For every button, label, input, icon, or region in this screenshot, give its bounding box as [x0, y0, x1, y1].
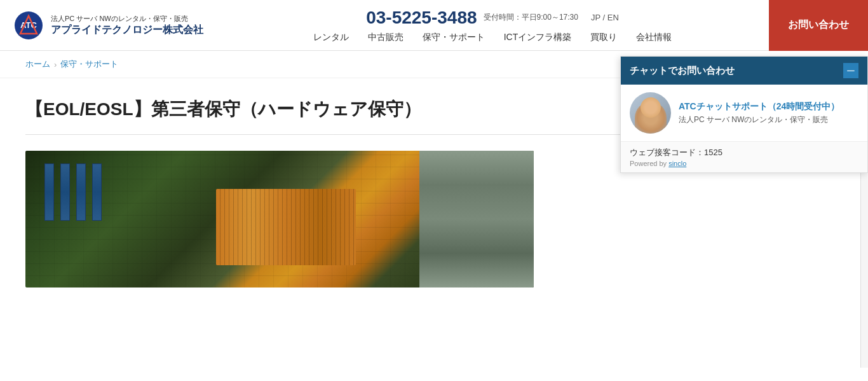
phone-row: 03-5225-3488 受付時間：平日9:00～17:30 JP / EN [366, 8, 619, 28]
chat-powered-by: Powered by sinclo [630, 160, 858, 167]
site-header: ATC 法人PC サーバ NWのレンタル・保守・販売 アプライドテクノロジー株式… [0, 0, 868, 51]
sinclo-link[interactable]: sinclo [668, 160, 686, 167]
lang-switch[interactable]: JP / EN [591, 13, 619, 22]
chat-footer: ウェブ接客コード：1525 Powered by sinclo [621, 141, 867, 172]
chat-header-title: チャットでお問い合わせ [630, 65, 735, 77]
phone-number: 03-5225-3488 [366, 8, 477, 28]
main-nav: レンタル 中古販売 保守・サポート ICTインフラ構築 買取り 会社情報 [313, 32, 672, 43]
phone-hours: 受付時間：平日9:00～17:30 [484, 12, 578, 23]
powered-by-label: Powered by [630, 160, 667, 167]
nav-ict[interactable]: ICTインフラ構築 [504, 32, 572, 43]
motherboard-image [25, 151, 534, 287]
chat-avatar [630, 92, 671, 134]
nav-maintenance[interactable]: 保守・サポート [423, 32, 485, 43]
nav-company[interactable]: 会社情報 [636, 32, 672, 43]
chat-widget: チャットでお問い合わせ ─ ATCチャットサポート（24時間受付中） 法人PC … [620, 56, 868, 173]
logo-company-name: アプライドテクノロジー株式会社 [51, 24, 203, 37]
ram-stick-1 [44, 163, 54, 221]
chat-close-button[interactable]: ─ [843, 63, 858, 78]
chat-body: ATCチャットサポート（24時間受付中） 法人PC サーバ NWのレンタル・保守… [621, 85, 867, 141]
nav-used-sales[interactable]: 中古販売 [368, 32, 403, 43]
breadcrumb-current: 保守・サポート [60, 59, 118, 70]
atc-logo-icon: ATC [13, 10, 44, 41]
breadcrumb-separator: › [54, 60, 57, 69]
header-center: 03-5225-3488 受付時間：平日9:00～17:30 JP / EN レ… [216, 8, 769, 43]
nav-buyback[interactable]: 買取り [590, 32, 617, 43]
ram-stick-4 [92, 163, 102, 221]
chat-web-code: ウェブ接客コード：1525 [630, 147, 858, 158]
logo-text: 法人PC サーバ NWのレンタル・保守・販売 アプライドテクノロジー株式会社 [51, 14, 203, 37]
contact-button[interactable]: お問い合わせ [769, 0, 868, 51]
connector-area [419, 151, 534, 287]
nav-rental[interactable]: レンタル [313, 32, 349, 43]
logo-subtitle: 法人PC サーバ NWのレンタル・保守・販売 [51, 14, 203, 24]
logo-area: ATC 法人PC サーバ NWのレンタル・保守・販売 アプライドテクノロジー株式… [0, 10, 216, 41]
chat-header: チャットでお問い合わせ ─ [621, 57, 867, 85]
chat-description: 法人PC サーバ NWのレンタル・保守・販売 [679, 114, 858, 125]
chat-support-link[interactable]: ATCチャットサポート（24時間受付中） [679, 101, 839, 111]
breadcrumb-home[interactable]: ホーム [25, 59, 50, 70]
ram-stick-3 [76, 163, 86, 221]
chat-info: ATCチャットサポート（24時間受付中） 法人PC サーバ NWのレンタル・保守… [679, 100, 858, 125]
heatsink-element [216, 189, 356, 265]
ram-stick-2 [60, 163, 70, 221]
